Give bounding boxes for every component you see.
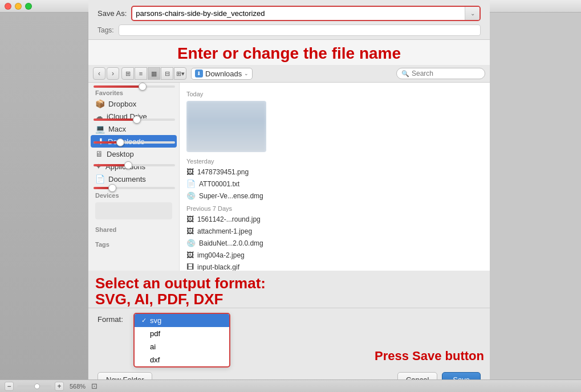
number-slider[interactable] [94, 85, 175, 88]
view-flow-button[interactable]: ⊟ [161, 67, 173, 80]
sidebar-item-applications[interactable]: ✦ Applications [88, 160, 179, 173]
file-name: 1561142-...round.jpg [197, 215, 261, 223]
dropbox-icon: 📦 [95, 99, 105, 108]
format-option-dxf[interactable]: ✓ dxf [135, 353, 229, 366]
view-buttons: ⊞ ≡ ▦ ⊟ ⊞▾ [121, 67, 186, 80]
zoom-in-button[interactable]: + [55, 382, 64, 391]
format-option-label: ai [150, 342, 156, 351]
slider-fill [94, 85, 143, 88]
view-icon-button[interactable]: ⊞ [121, 67, 134, 80]
slider-fill [94, 164, 126, 166]
file-name: input-black.gif [197, 263, 239, 271]
format-option-label: pdf [150, 329, 160, 338]
list-item[interactable]: 🖼 1478739451.png [180, 166, 490, 178]
minimize-button[interactable] [15, 3, 22, 10]
format-option-pdf[interactable]: ✓ pdf [135, 327, 229, 340]
view-gallery-button[interactable]: ⊞▾ [174, 67, 186, 80]
zoom-slider-thumb[interactable] [34, 383, 40, 389]
format-option-svg[interactable]: ✓ svg [135, 314, 229, 327]
list-item[interactable]: 📄 ATT00001.txt [180, 178, 490, 190]
slider-thumb[interactable] [108, 184, 116, 192]
filename-chevron[interactable]: ⌄ [465, 7, 480, 20]
save-dialog: Save As: ⌄ Tags: Enter or change the fil… [88, 0, 490, 392]
slider-thumb[interactable] [133, 116, 141, 124]
list-item[interactable]: 🎞 input-black.gif [180, 261, 490, 271]
left-panel [0, 13, 88, 392]
sidebar-item-dropbox[interactable]: 📦 Dropbox [88, 97, 179, 110]
list-item[interactable]: 💿 BaiduNet...2.0.0.dmg [180, 237, 490, 249]
sidebar-item-documents[interactable]: 📄 Documents [88, 173, 179, 185]
tags-input[interactable] [119, 24, 481, 36]
nav-back-button[interactable]: ‹ [93, 67, 105, 80]
list-item[interactable]: 🖼 1561142-...round.jpg [180, 213, 490, 225]
zoom-slider[interactable] [17, 385, 51, 387]
file-name: attachment-1.jpeg [197, 227, 252, 235]
sidebar-item-desktop[interactable]: 🖥 Desktop [88, 148, 179, 160]
dialog-header: Save As: ⌄ Tags: [88, 0, 490, 40]
similar-slider[interactable] [94, 164, 175, 166]
sidebar-item-macx[interactable]: 💻 Macx [88, 122, 179, 135]
file-list: Today Yesterday 🖼 1478739451.png 📄 ATT00… [180, 83, 490, 271]
annotation-select-format: Select an output format:SVG, AI, PDF, DX… [95, 275, 483, 308]
location-label: Downloads [205, 70, 242, 78]
desktop-icon: 🖥 [95, 149, 103, 158]
favorites-label: Favorites [88, 87, 179, 97]
slider-fill [94, 187, 110, 189]
filename-input-wrap: ⌄ [131, 6, 481, 21]
expand-icon[interactable]: ⊡ [91, 382, 97, 390]
location-icon: ⬇ [195, 70, 203, 77]
nav-forward-button[interactable]: › [107, 67, 119, 80]
format-dropdown-wrap: ✓ svg ✓ pdf ✓ ai ✓ dxf [133, 313, 230, 368]
dialog-toolbar: ‹ › ⊞ ≡ ▦ ⊟ ⊞▾ ⬇ Downloads ⌄ 🔍 [88, 65, 490, 83]
format-label: Format: [97, 313, 129, 324]
format-option-ai[interactable]: ✓ ai [135, 340, 229, 353]
save-as-label: Save As: [97, 9, 127, 18]
bottom-bar: − + 568% ⊡ [0, 379, 581, 392]
applications-icon: ✦ [95, 162, 102, 171]
slider-thumb[interactable] [116, 138, 124, 146]
file-icon: 🖼 [186, 227, 194, 235]
shared-label: Shared [88, 224, 179, 234]
file-icon: 💿 [186, 191, 196, 200]
filename-input[interactable] [132, 7, 465, 20]
file-name: img004a-2.jpeg [197, 251, 245, 259]
radius-slider[interactable] [94, 141, 175, 144]
file-name: BaiduNet...2.0.0.dmg [199, 239, 263, 247]
edge-slider[interactable] [94, 119, 175, 121]
maximize-button[interactable] [25, 3, 32, 10]
location-dropdown[interactable]: ⬇ Downloads ⌄ [191, 68, 253, 80]
window-controls[interactable] [5, 3, 32, 10]
location-chevron-icon: ⌄ [244, 71, 249, 76]
tags-label-sidebar: Tags [88, 239, 179, 249]
format-option-label: svg [150, 316, 161, 325]
sidebar-item-label: Dropbox [108, 100, 136, 108]
file-icon: 📄 [186, 179, 196, 188]
today-preview [186, 101, 266, 152]
list-item[interactable]: 🖼 attachment-1.jpeg [180, 225, 490, 237]
sidebar-item-label: Desktop [107, 150, 134, 158]
view-list-button[interactable]: ≡ [135, 67, 147, 80]
devices-label: Devices [88, 190, 179, 200]
small-slider[interactable] [94, 187, 175, 189]
format-option-label: dxf [150, 356, 160, 364]
view-column-button[interactable]: ▦ [148, 67, 160, 80]
close-button[interactable] [5, 3, 11, 10]
file-icon: 🎞 [186, 263, 194, 271]
file-sidebar: Favorites 📦 Dropbox ☁ iCloud Drive 💻 Mac… [88, 83, 180, 271]
file-icon: 💿 [186, 239, 196, 247]
list-item[interactable]: 🖼 img004a-2.jpeg [180, 249, 490, 261]
file-browser: Favorites 📦 Dropbox ☁ iCloud Drive 💻 Mac… [88, 83, 490, 271]
yesterday-label: Yesterday [180, 154, 490, 166]
file-icon: 🖼 [186, 215, 194, 223]
slider-thumb[interactable] [139, 83, 147, 91]
search-input[interactable] [412, 70, 480, 77]
zoom-out-button[interactable]: − [5, 382, 14, 391]
sidebar-item-label: Documents [108, 175, 146, 183]
format-dropdown[interactable]: ✓ svg ✓ pdf ✓ ai ✓ dxf [133, 313, 230, 368]
list-item[interactable]: 💿 Super-Ve...ense.dmg [180, 190, 490, 202]
slider-fill [94, 119, 135, 121]
search-box: 🔍 [396, 68, 485, 79]
checkmark-icon: ✓ [141, 317, 147, 324]
app-body: Save As: ⌄ Tags: Enter or change the fil… [0, 13, 581, 392]
annotation-enter-filename: Enter or change the file name [88, 40, 490, 65]
